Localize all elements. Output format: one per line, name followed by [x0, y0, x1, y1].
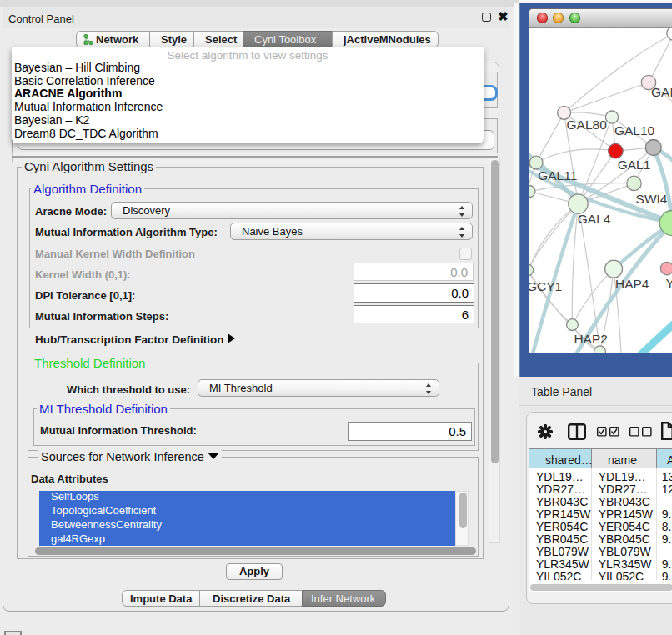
- svg-text:GAL7: GAL7: [651, 85, 672, 99]
- svg-text:GAL10: GAL10: [614, 123, 655, 138]
- svg-text:GAL1: GAL1: [618, 158, 651, 172]
- svg-text:SWI4: SWI4: [636, 192, 668, 206]
- svg-text:Y: Y: [666, 276, 672, 290]
- svg-text:GAL11: GAL11: [538, 168, 577, 182]
- svg-text:GCY1: GCY1: [529, 279, 562, 293]
- svg-text:HAP2: HAP2: [574, 332, 608, 346]
- svg-text:HAP4: HAP4: [615, 277, 649, 291]
- svg-text:GAL4: GAL4: [578, 212, 611, 226]
- svg-text:GAL80: GAL80: [567, 118, 608, 132]
